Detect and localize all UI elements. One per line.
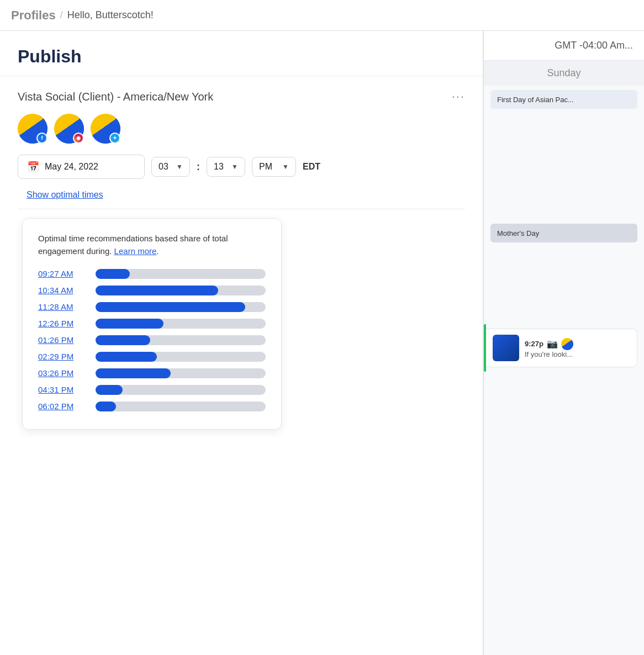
optimal-time-row: 01:26 PM <box>38 335 266 345</box>
optimal-time-row: 11:28 AM <box>38 302 266 312</box>
post-meta: 9:27p 📷 If you're looki... <box>525 338 630 358</box>
top-bar: Profiles / Hello, Butterscotch! <box>0 0 644 31</box>
ampm-select[interactable]: PM ▼ <box>252 157 296 177</box>
calendar-gap-1 <box>484 113 644 213</box>
optimal-time-row: 09:27 AM <box>38 269 266 279</box>
optimal-time-row: 04:31 PM <box>38 385 266 395</box>
mothers-day-text: Mother's Day <box>497 229 539 237</box>
account-name: Vista Social (Client) - America/New York <box>18 91 213 103</box>
show-optimal-times-link[interactable]: Show optimal times <box>27 190 103 200</box>
post-preview[interactable]: 9:27p 📷 If you're looki... <box>486 329 637 367</box>
optimal-time-link[interactable]: 06:02 PM <box>38 402 87 411</box>
ampm-value: PM <box>259 162 272 172</box>
main-layout: Publish Vista Social (Client) - America/… <box>0 31 644 655</box>
avatars-row: f ◉ ✦ <box>18 114 465 144</box>
optimal-time-link[interactable]: 10:34 AM <box>38 286 87 295</box>
calendar-gap-2 <box>484 247 644 324</box>
engagement-bar-fill <box>96 269 130 279</box>
optimal-time-link[interactable]: 04:31 PM <box>38 385 87 394</box>
timezone-label: EDT <box>303 162 320 172</box>
avatar-facebook[interactable]: f <box>18 114 47 144</box>
divider <box>18 209 465 209</box>
optimal-description: Optimal time recommendations based share… <box>38 232 266 258</box>
engagement-bar-bg <box>96 319 266 329</box>
ampm-dropdown-arrow: ▼ <box>282 163 289 171</box>
profiles-label: Profiles <box>11 8 56 23</box>
engagement-bar-bg <box>96 402 266 411</box>
learn-more-link[interactable]: Learn more <box>114 246 157 256</box>
minute-dropdown-arrow: ▼ <box>231 163 238 171</box>
engagement-bar-fill <box>96 335 150 345</box>
engagement-bar-bg <box>96 368 266 378</box>
account-row: Vista Social (Client) - America/New York… <box>18 89 465 104</box>
date-value: May 24, 2022 <box>45 162 98 172</box>
calendar-icon: 📅 <box>27 161 39 173</box>
left-panel: Publish Vista Social (Client) - America/… <box>0 31 483 655</box>
facebook-badge: f <box>36 133 47 144</box>
optimal-time-row: 06:02 PM <box>38 402 266 411</box>
mothers-day-event: Mother's Day <box>490 224 637 242</box>
optimal-time-link[interactable]: 02:29 PM <box>38 352 87 361</box>
day-header: Sunday <box>484 61 644 86</box>
minute-select[interactable]: 13 ▼ <box>207 157 245 177</box>
show-optimal-row: Show optimal times <box>22 190 465 200</box>
post-avatar <box>561 338 573 350</box>
engagement-bar-fill <box>96 368 171 378</box>
datetime-row: 📅 May 24, 2022 03 ▼ : 13 ▼ PM ▼ <box>18 155 465 179</box>
date-picker[interactable]: 📅 May 24, 2022 <box>18 155 145 179</box>
publish-header: Publish <box>0 31 483 76</box>
engagement-bar-bg <box>96 335 266 345</box>
breadcrumb-separator: / <box>60 9 63 21</box>
post-time: 9:27p <box>525 340 543 348</box>
camera-icon: 📷 <box>547 339 558 349</box>
optimal-time-link[interactable]: 03:26 PM <box>38 368 87 378</box>
right-panel-header: GMT -04:00 Am... <box>484 31 644 61</box>
event-asian-pacific: First Day of Asian Pac... <box>490 90 637 109</box>
optimal-time-link[interactable]: 11:28 AM <box>38 302 87 311</box>
engagement-bar-fill <box>96 352 157 362</box>
optimal-time-link[interactable]: 12:26 PM <box>38 319 87 328</box>
hour-dropdown-arrow: ▼ <box>176 163 183 171</box>
breadcrumb-title: Hello, Butterscotch! <box>67 9 154 21</box>
page-title: Publish <box>18 46 465 67</box>
optimal-time-link[interactable]: 01:26 PM <box>38 335 87 345</box>
optimal-times-list: 09:27 AM10:34 AM11:28 AM12:26 PM01:26 PM… <box>38 269 266 411</box>
optimal-time-link[interactable]: 09:27 AM <box>38 269 87 278</box>
post-icons-row: 9:27p 📷 <box>525 338 630 350</box>
twitter-badge: ✦ <box>109 133 120 144</box>
engagement-bar-fill <box>96 402 116 411</box>
post-thumbnail <box>493 335 519 361</box>
engagement-bar-fill <box>96 319 163 329</box>
avatar-twitter[interactable]: ✦ <box>91 114 120 144</box>
optimal-time-row: 02:29 PM <box>38 352 266 362</box>
engagement-bar-bg <box>96 385 266 395</box>
engagement-bar-fill <box>96 286 218 295</box>
minute-value: 13 <box>214 162 224 172</box>
content-section: Vista Social (Client) - America/New York… <box>0 76 483 443</box>
instagram-badge: ◉ <box>73 133 84 144</box>
post-preview-row: 9:27p 📷 If you're looki... <box>484 324 644 372</box>
engagement-bar-fill <box>96 385 123 395</box>
optimal-time-row: 12:26 PM <box>38 319 266 329</box>
more-options-button[interactable]: ··· <box>452 89 465 104</box>
avatar-instagram[interactable]: ◉ <box>54 114 84 144</box>
mothers-day-section: Mother's Day <box>484 224 644 242</box>
engagement-bar-bg <box>96 352 266 362</box>
event-text: First Day of Asian Pac... <box>497 96 574 104</box>
day-label: Sunday <box>547 67 580 78</box>
engagement-bar-bg <box>96 269 266 279</box>
optimal-times-panel: Optimal time recommendations based share… <box>22 218 282 430</box>
optimal-time-row: 03:26 PM <box>38 368 266 378</box>
post-excerpt: If you're looki... <box>525 350 630 358</box>
gmt-label: GMT -04:00 Am... <box>555 40 633 51</box>
hour-value: 03 <box>159 162 168 172</box>
engagement-bar-bg <box>96 302 266 312</box>
engagement-bar-fill <box>96 302 245 312</box>
right-panel: GMT -04:00 Am... Sunday First Day of Asi… <box>483 31 644 655</box>
time-colon: : <box>197 161 200 173</box>
engagement-bar-bg <box>96 286 266 295</box>
hour-select[interactable]: 03 ▼ <box>151 157 190 177</box>
optimal-time-row: 10:34 AM <box>38 286 266 295</box>
